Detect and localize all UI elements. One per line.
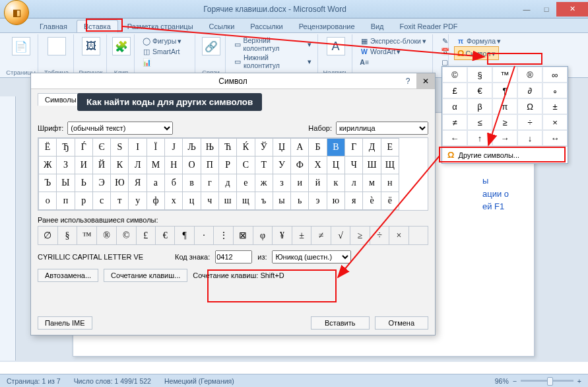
close-button[interactable]: ✕	[556, 2, 588, 17]
symbol-cell[interactable]: Х	[309, 157, 327, 174]
ribbon-tab[interactable]: Рецензирование	[292, 20, 362, 32]
symbol-cell[interactable]: Ў	[255, 139, 273, 157]
recent-cell[interactable]: ©	[116, 227, 136, 245]
quickparts-button[interactable]: ▦Экспресс-блоки ▾	[358, 36, 428, 46]
symbol-dd-cell[interactable]: ↓	[517, 130, 542, 146]
symbol-cell[interactable]: Џ	[273, 139, 290, 157]
symbol-cell[interactable]: Њ	[201, 139, 218, 157]
symbol-grid[interactable]: ЁЂЃЄЅІЇЈЉЊЋЌЎЏАБВГДЕЖЗИЙКЛМНОПРСТУФХЦЧШЩ…	[38, 137, 428, 211]
recent-cell[interactable]: ÷	[370, 227, 389, 245]
recent-cell[interactable]: ×	[389, 227, 409, 245]
symbol-cell[interactable]: а	[147, 174, 164, 192]
symbol-cell[interactable]: ф	[147, 192, 164, 210]
symbol-cell[interactable]: П	[201, 157, 218, 174]
symbol-cell[interactable]: Ш	[363, 157, 381, 174]
symbol-cell[interactable]: В	[327, 139, 344, 157]
symbol-cell[interactable]: о	[39, 192, 57, 210]
from-select[interactable]: Юникод (шестн.)	[272, 250, 351, 264]
symbol-cell[interactable]: ц	[183, 192, 201, 210]
datetime-button[interactable]: 📅	[438, 46, 451, 57]
symbol-cell[interactable]: ъ	[255, 192, 273, 210]
symbol-dd-cell[interactable]: ≠	[442, 114, 467, 130]
symbol-dd-cell[interactable]: ↔	[542, 130, 568, 146]
recent-cell[interactable]: √	[331, 227, 350, 245]
symbol-cell[interactable]: Ф	[291, 157, 309, 174]
recent-cell[interactable]: ±	[292, 227, 311, 245]
shapes-button[interactable]: ◯Фигуры ▾	[140, 36, 183, 46]
symbol-button[interactable]: ΩСимвол ▾	[454, 46, 499, 60]
symbol-cell[interactable]: ю	[327, 192, 344, 210]
ribbon-tab[interactable]: Рассылки	[244, 20, 289, 32]
dropcap-button[interactable]: A≡	[358, 57, 371, 67]
symbol-cell[interactable]: Ю	[111, 174, 129, 192]
ribbon-tab[interactable]: Вставка	[77, 20, 118, 32]
recent-cell[interactable]: ⋮	[214, 227, 234, 245]
textbox-button[interactable]: A	[324, 36, 348, 57]
table-button[interactable]	[45, 36, 69, 57]
symbol-cell[interactable]: к	[327, 174, 344, 192]
symbol-cell[interactable]: Е	[381, 139, 399, 157]
symbol-dd-cell[interactable]: Ω	[517, 98, 542, 114]
symbol-dd-cell[interactable]: α	[442, 98, 467, 114]
chart-button[interactable]: 📊	[140, 57, 153, 67]
symbol-cell[interactable]: Щ	[381, 157, 399, 174]
recent-cell[interactable]: ·	[194, 227, 213, 245]
symbol-cell[interactable]: Ѓ	[75, 139, 92, 157]
symbol-cell[interactable]: ч	[201, 192, 218, 210]
status-words[interactable]: Число слов: 1 499/1 522	[74, 377, 151, 385]
symbol-cell[interactable]: Љ	[183, 139, 201, 157]
symbol-cell[interactable]: д	[218, 174, 236, 192]
symbol-cell[interactable]: Ќ	[237, 139, 255, 157]
signature-button[interactable]: ✎	[438, 36, 451, 46]
symbol-cell[interactable]: ё	[381, 192, 399, 210]
ribbon-tab[interactable]: Главная	[33, 20, 74, 32]
symbol-cell[interactable]: Ћ	[218, 139, 236, 157]
recent-cell[interactable]: €	[156, 227, 175, 245]
symbol-cell[interactable]: Я	[129, 174, 147, 192]
more-symbols-item[interactable]: ΩДругие символы...	[442, 146, 568, 163]
symbol-cell[interactable]: з	[273, 174, 290, 192]
recent-cell[interactable]: φ	[253, 227, 273, 245]
symbol-cell[interactable]: ь	[291, 192, 309, 210]
minimize-button[interactable]: —	[517, 2, 537, 17]
code-input[interactable]	[215, 250, 252, 264]
recent-cell[interactable]: ™	[77, 227, 97, 245]
symbol-cell[interactable]: я	[345, 192, 363, 210]
symbol-cell[interactable]: Э	[92, 174, 110, 192]
dialog-close-button[interactable]: ✕	[416, 73, 435, 89]
symbol-dd-cell[interactable]: ≥	[492, 114, 517, 130]
symbol-cell[interactable]: Ж	[39, 157, 57, 174]
symbol-cell[interactable]: Ч	[345, 157, 363, 174]
symbol-cell[interactable]: ѐ	[363, 192, 381, 210]
pages-button[interactable]: 📄	[9, 36, 33, 57]
symbol-cell[interactable]: Й	[92, 157, 110, 174]
recent-grid[interactable]: ∅§™®©£€¶·⋮⊠φ¥±≠√≥÷×	[38, 226, 428, 245]
symbol-dd-cell[interactable]: ¶	[492, 83, 517, 98]
symbol-cell[interactable]: е	[237, 174, 255, 192]
symbol-cell[interactable]: щ	[237, 192, 255, 210]
symbol-dd-cell[interactable]: ∘	[542, 83, 568, 98]
shortcut-button[interactable]: Сочетание клавиш...	[104, 269, 187, 282]
symbol-cell[interactable]: р	[75, 192, 92, 210]
recent-cell[interactable]: ¥	[273, 227, 292, 245]
symbol-cell[interactable]: М	[147, 157, 164, 174]
symbol-cell[interactable]: Ъ	[39, 174, 57, 192]
symbol-cell[interactable]: Д	[363, 139, 381, 157]
symbol-dd-cell[interactable]: ×	[542, 114, 568, 130]
symbol-dd-cell[interactable]: ←	[442, 130, 467, 146]
clip-button[interactable]: 🧩	[110, 36, 133, 57]
recent-cell[interactable]: ⊠	[234, 227, 253, 245]
symbol-cell[interactable]: Р	[218, 157, 236, 174]
symbol-cell[interactable]: У	[273, 157, 290, 174]
symbol-cell[interactable]: Т	[255, 157, 273, 174]
symbol-cell[interactable]: З	[57, 157, 75, 174]
recent-cell[interactable]: ≥	[350, 227, 370, 245]
picture-button[interactable]: 🖼	[79, 36, 103, 57]
ribbon-tab[interactable]: Вид	[364, 20, 391, 32]
symbol-cell[interactable]: Ь	[75, 174, 92, 192]
ime-panel-button[interactable]: Панель IME	[38, 316, 92, 330]
symbol-cell[interactable]: м	[363, 174, 381, 192]
wordart-button[interactable]: WWordArt ▾	[358, 46, 403, 57]
symbol-cell[interactable]: у	[129, 192, 147, 210]
symbol-dd-cell[interactable]: ∂	[517, 83, 542, 98]
